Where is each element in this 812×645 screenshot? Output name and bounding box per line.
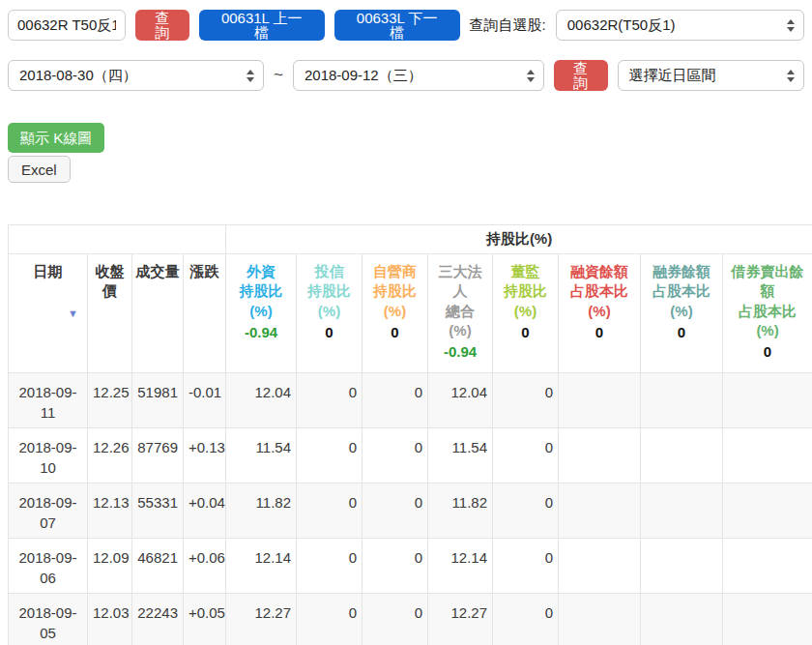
- sort-wrap: ▼: [12, 303, 84, 322]
- holdings-table-body: 2018-09-11 12.25 51981 -0.01 12.04 0 0 1…: [9, 373, 812, 645]
- institutional-cell: 12.04: [428, 373, 493, 428]
- change-cell: +0.13: [184, 428, 226, 484]
- institutional-cell: 12.14: [428, 539, 493, 594]
- col-header-trust[interactable]: 投信 持股比 (%) 0: [297, 254, 362, 373]
- volume-cell: 22243: [132, 594, 184, 645]
- date-range-row: 2018-08-30（四） ~ 2018-09-12（三） 查詢 選擇近日區間: [8, 60, 804, 91]
- watchlist-label: 查詢自選股:: [470, 16, 546, 35]
- margin-cell: [559, 373, 641, 428]
- end-date-value: 2018-09-12（三）: [304, 67, 422, 85]
- chevron-updown-icon: [527, 70, 535, 82]
- date-cell: 2018-09-06: [9, 539, 88, 594]
- group-header-spacer: [9, 225, 226, 254]
- short-sale-cell: [641, 539, 723, 594]
- col-header-close[interactable]: 收盤 價: [88, 254, 132, 373]
- close-cell: 12.09: [88, 539, 132, 594]
- show-kline-button[interactable]: 顯示 K線圖: [8, 123, 104, 153]
- col-header-dealer[interactable]: 自營商 持股比 (%) 0: [362, 254, 428, 373]
- foreign-cell: 12.27: [226, 594, 297, 645]
- foreign-summary: -0.94: [229, 323, 293, 342]
- trust-cell: 0: [297, 428, 362, 484]
- margin-cell: [559, 539, 641, 594]
- col-header-margin[interactable]: 融資餘額 占股本比 (%) 0: [559, 254, 641, 373]
- date-cell: 2018-09-07: [9, 484, 88, 539]
- trust-cell: 0: [297, 539, 362, 594]
- dealer-cell: 0: [362, 373, 428, 428]
- trust-cell: 0: [297, 594, 362, 645]
- short-sale-cell: [641, 484, 723, 539]
- volume-cell: 87769: [132, 428, 184, 484]
- short-sale-cell: [641, 594, 723, 645]
- page: 查詢 00631L 上一檔 00633L 下一檔 查詢自選股: 00632R(T…: [0, 0, 812, 645]
- col-header-volume[interactable]: 成交量: [132, 254, 184, 373]
- col-header-foreign[interactable]: 外資 持股比 (%) -0.94: [226, 254, 297, 373]
- col-header-change[interactable]: 漲跌: [184, 254, 226, 373]
- foreign-cell: 11.54: [226, 428, 297, 484]
- directors-cell: 0: [493, 594, 559, 645]
- foreign-cell: 11.82: [226, 484, 297, 539]
- change-cell: -0.01: [184, 373, 226, 428]
- directors-summary: 0: [496, 323, 555, 342]
- lending-cell: [723, 594, 812, 645]
- chevron-updown-icon: [787, 19, 795, 32]
- institutional-cell: 11.54: [428, 428, 493, 484]
- short-sale-summary: 0: [644, 323, 719, 342]
- trust-summary: 0: [300, 323, 359, 342]
- date-cell: 2018-09-11: [9, 373, 88, 428]
- recent-range-value: 選擇近日區間: [629, 67, 716, 85]
- kline-row: 顯示 K線圖: [8, 123, 804, 153]
- watchlist-select[interactable]: 00632R(T50反1): [556, 10, 804, 41]
- sort-desc-icon[interactable]: ▼: [68, 308, 78, 319]
- lending-cell: [723, 428, 812, 484]
- group-header-row: 持股比(%): [9, 225, 812, 254]
- watchlist-select-value: 00632R(T50反1): [567, 16, 676, 35]
- date-header-label: 日期: [12, 262, 84, 281]
- dealer-cell: 0: [362, 539, 428, 594]
- change-cell: +0.05: [184, 594, 226, 645]
- table-row: 2018-09-07 12.13 55331 +0.04 11.82 0 0 1…: [9, 484, 812, 539]
- directors-cell: 0: [493, 373, 559, 428]
- close-cell: 12.13: [88, 484, 132, 539]
- chevron-updown-icon: [246, 70, 254, 82]
- excel-export-button[interactable]: Excel: [8, 156, 71, 183]
- next-stock-button[interactable]: 00633L 下一檔: [334, 10, 460, 41]
- change-cell: +0.04: [184, 484, 226, 539]
- col-header-lending[interactable]: 借券賣出餘 額 占股本比 (%) 0: [723, 254, 812, 373]
- col-header-short-sale[interactable]: 融券餘額 占股本比 (%) 0: [641, 254, 723, 373]
- lending-cell: [723, 484, 812, 539]
- prev-stock-button[interactable]: 00631L 上一檔: [199, 10, 325, 41]
- col-header-institutional[interactable]: 三大法 人 總合 (%) -0.94: [428, 254, 493, 373]
- end-date-select[interactable]: 2018-09-12（三）: [293, 60, 544, 91]
- table-row: 2018-09-06 12.09 46821 +0.06 12.14 0 0 1…: [9, 539, 812, 594]
- col-header-date[interactable]: 日期 ▼: [9, 254, 88, 373]
- start-date-value: 2018-08-30（四）: [19, 67, 137, 85]
- dealer-cell: 0: [362, 484, 428, 539]
- stock-query-button[interactable]: 查詢: [135, 10, 189, 41]
- volume-cell: 46821: [132, 539, 184, 594]
- table-row: 2018-09-11 12.25 51981 -0.01 12.04 0 0 1…: [9, 373, 812, 428]
- margin-cell: [559, 484, 641, 539]
- margin-cell: [559, 594, 641, 645]
- change-cell: +0.06: [184, 539, 226, 594]
- margin-summary: 0: [562, 323, 637, 342]
- directors-cell: 0: [493, 484, 559, 539]
- excel-row: Excel: [8, 156, 804, 183]
- stock-query-row: 查詢 00631L 上一檔 00633L 下一檔 查詢自選股: 00632R(T…: [8, 10, 804, 41]
- dealer-cell: 0: [362, 594, 428, 645]
- volume-cell: 55331: [132, 484, 184, 539]
- start-date-select[interactable]: 2018-08-30（四）: [8, 60, 264, 91]
- range-query-button[interactable]: 查詢: [554, 60, 607, 91]
- col-header-directors[interactable]: 董監 持股比 (%) 0: [493, 254, 559, 373]
- lending-cell: [723, 539, 812, 594]
- stock-code-input[interactable]: [8, 10, 126, 41]
- institutional-summary: -0.94: [431, 342, 489, 362]
- recent-range-select[interactable]: 選擇近日區間: [618, 60, 805, 91]
- holdings-table: 持股比(%) 日期 ▼ 收盤 價 成交量 漲跌: [8, 224, 812, 645]
- institutional-cell: 11.82: [428, 484, 493, 539]
- column-header-row: 日期 ▼ 收盤 價 成交量 漲跌 外資 持股比 (%) -0.94: [9, 254, 812, 373]
- foreign-cell: 12.04: [226, 373, 297, 428]
- close-cell: 12.26: [88, 428, 132, 484]
- short-sale-cell: [641, 428, 723, 484]
- holdings-group-header: 持股比(%): [226, 225, 812, 254]
- dealer-summary: 0: [365, 323, 424, 342]
